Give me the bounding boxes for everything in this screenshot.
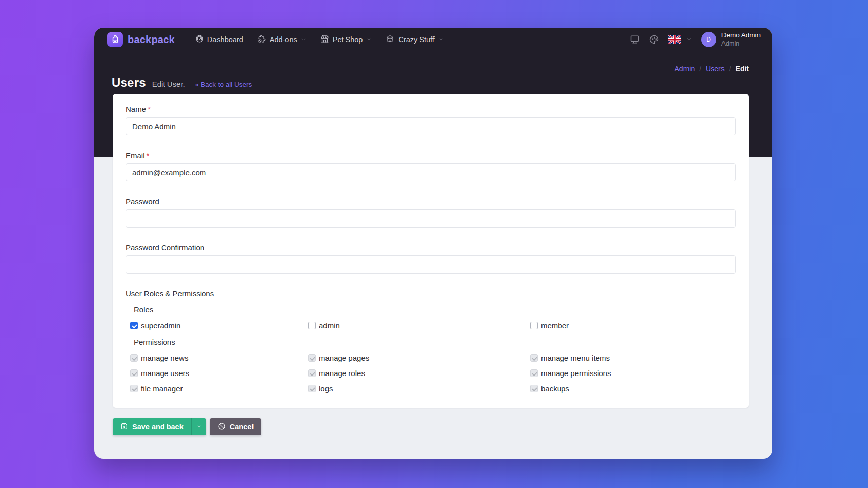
- chevron-down-icon: [438, 35, 444, 44]
- nav-menu: Dashboard Add-ons Pet Shop Crazy Stuff: [190, 31, 449, 48]
- required-asterisk: *: [148, 105, 151, 114]
- dashboard-icon: [195, 34, 204, 45]
- role-member[interactable]: member: [530, 320, 736, 331]
- store-icon: [320, 34, 329, 45]
- breadcrumb-separator: /: [729, 65, 731, 73]
- checkbox-label: logs: [319, 384, 333, 393]
- checkbox[interactable]: [530, 322, 538, 329]
- checkbox: [130, 385, 138, 392]
- nav-item-crazy-stuff[interactable]: Crazy Stuff: [381, 31, 448, 48]
- permission-manage-roles[interactable]: manage roles: [308, 368, 530, 379]
- skull-icon: [386, 34, 394, 45]
- nav-item-add-ons[interactable]: Add-ons: [252, 31, 311, 48]
- breadcrumb: Admin/Users/Edit: [675, 65, 749, 73]
- language-selector[interactable]: [668, 35, 692, 44]
- save-button-label: Save and back: [132, 423, 184, 431]
- checkbox-label: superadmin: [141, 321, 180, 330]
- checkbox[interactable]: [308, 322, 316, 329]
- cancel-button-label: Cancel: [230, 423, 254, 431]
- checkbox: [530, 385, 538, 392]
- breadcrumb-current: Edit: [736, 65, 749, 73]
- permissions-grid: manage news manage pages manage menu ite…: [130, 353, 736, 394]
- checkbox: [530, 354, 538, 362]
- checkbox-label: manage news: [141, 354, 188, 362]
- field-label: Password: [126, 197, 736, 206]
- back-to-all-users-link[interactable]: « Back to all Users: [195, 81, 252, 88]
- form-actions: Save and back Cancel: [113, 418, 261, 435]
- save-options-toggle[interactable]: [191, 418, 206, 435]
- email-input[interactable]: [126, 163, 736, 181]
- checkbox-label: manage pages: [319, 354, 369, 362]
- cancel-button[interactable]: Cancel: [210, 418, 262, 435]
- checkbox: [530, 369, 538, 377]
- permission-manage-pages[interactable]: manage pages: [308, 353, 530, 363]
- puzzle-icon: [258, 34, 266, 45]
- roles-permissions-heading: User Roles & Permissions: [126, 289, 736, 298]
- checkbox-label: file manager: [141, 384, 183, 393]
- permission-backups[interactable]: backups: [530, 383, 736, 394]
- field-label: Password Confirmation: [126, 243, 736, 252]
- permission-manage-news[interactable]: manage news: [130, 353, 308, 363]
- palette-icon[interactable]: [649, 34, 659, 45]
- field-label: Name*: [126, 105, 736, 114]
- form-field-password: Password: [126, 197, 736, 228]
- breadcrumb-separator: /: [699, 65, 701, 73]
- password-input[interactable]: [126, 209, 736, 228]
- required-asterisk: *: [147, 151, 150, 160]
- checkbox-label: backups: [541, 384, 569, 393]
- permission-file-manager[interactable]: file manager: [130, 383, 308, 394]
- fields-container: Name* Email* Password Password Confirmat…: [126, 105, 736, 274]
- edit-user-form: Name* Email* Password Password Confirmat…: [113, 94, 749, 408]
- field-label: Email*: [126, 151, 736, 160]
- checkbox-label: member: [541, 321, 569, 330]
- role-superadmin[interactable]: superadmin: [130, 320, 308, 331]
- nav-item-label: Add-ons: [270, 35, 297, 44]
- main-card: backpack Dashboard Add-ons Pet Shop Craz…: [94, 28, 772, 459]
- checkbox: [130, 369, 138, 377]
- form-field-name: Name*: [126, 105, 736, 135]
- checkbox: [308, 369, 316, 377]
- breadcrumb-link-users[interactable]: Users: [706, 65, 725, 73]
- form-field-password-confirmation: Password Confirmation: [126, 243, 736, 274]
- permission-manage-users[interactable]: manage users: [130, 368, 308, 379]
- chevron-down-icon: [301, 35, 306, 44]
- display-icon[interactable]: [630, 34, 640, 45]
- checkbox-label: admin: [319, 321, 340, 330]
- user-name: Demo Admin: [721, 31, 761, 40]
- user-role: Admin: [721, 40, 761, 48]
- top-navbar: backpack Dashboard Add-ons Pet Shop Craz…: [94, 28, 772, 51]
- backpack-logo-icon: [107, 32, 123, 47]
- checkbox-label: manage menu items: [541, 354, 610, 362]
- checkbox: [308, 354, 316, 362]
- navbar-right: D Demo Admin Admin: [630, 31, 761, 48]
- permission-manage-menu-items[interactable]: manage menu items: [530, 353, 736, 363]
- permissions-subheading: Permissions: [134, 337, 736, 346]
- page-title: Users: [112, 76, 146, 90]
- checkbox: [308, 385, 316, 392]
- role-admin[interactable]: admin: [308, 320, 530, 331]
- password-confirmation-input[interactable]: [126, 255, 736, 274]
- avatar: D: [701, 32, 716, 47]
- page-subtitle: Edit User.: [152, 80, 185, 88]
- permission-logs[interactable]: logs: [308, 383, 530, 394]
- nav-item-label: Dashboard: [207, 35, 243, 44]
- uk-flag-icon: [668, 35, 681, 44]
- chevron-down-icon: [366, 35, 372, 44]
- checkbox[interactable]: [130, 322, 138, 329]
- checkbox: [130, 354, 138, 362]
- save-icon: [120, 422, 128, 432]
- chevron-down-icon: [196, 423, 202, 431]
- nav-item-pet-shop[interactable]: Pet Shop: [315, 31, 377, 48]
- user-menu[interactable]: D Demo Admin Admin: [701, 31, 761, 48]
- breadcrumb-link-admin[interactable]: Admin: [675, 65, 695, 73]
- roles-grid: superadmin admin member: [130, 320, 736, 331]
- save-and-back-button[interactable]: Save and back: [113, 418, 206, 435]
- name-input[interactable]: [126, 117, 736, 135]
- nav-item-dashboard[interactable]: Dashboard: [190, 31, 248, 48]
- permission-manage-permissions[interactable]: manage permissions: [530, 368, 736, 379]
- page-header: Users Edit User. « Back to all Users: [112, 76, 252, 90]
- brand[interactable]: backpack: [107, 32, 175, 47]
- form-field-email: Email*: [126, 151, 736, 181]
- nav-item-label: Pet Shop: [333, 35, 363, 44]
- nav-item-label: Crazy Stuff: [398, 35, 434, 44]
